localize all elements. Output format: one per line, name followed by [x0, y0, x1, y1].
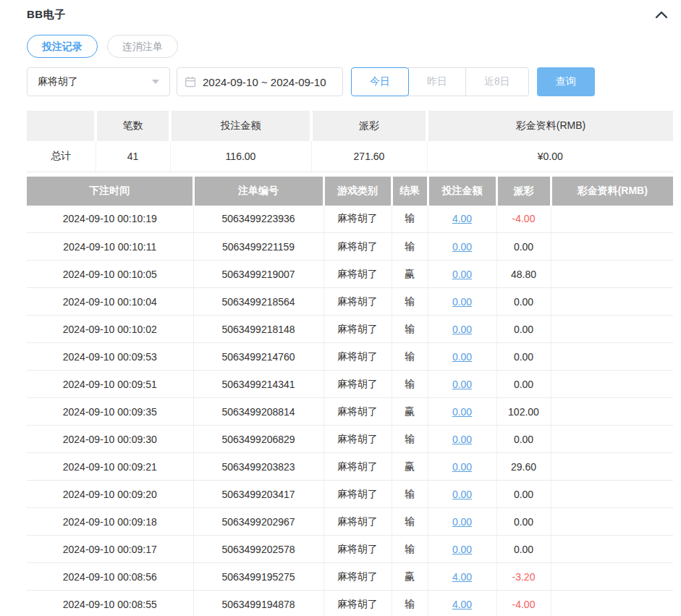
game-type-cell: 麻将胡了 — [323, 288, 392, 316]
bet-time-cell: 2024-09-10 00:10:02 — [27, 316, 193, 343]
chevron-down-icon — [152, 80, 159, 84]
payout-cell: 48.80 — [496, 261, 551, 288]
game-type-cell: 麻将胡了 — [323, 536, 392, 563]
bet-amount-link[interactable]: 4.00 — [452, 213, 472, 224]
payout-cell: 0.00 — [496, 233, 551, 261]
game-type-cell: 麻将胡了 — [323, 591, 392, 616]
bonus-cell — [551, 508, 673, 536]
payout-value: 0.00 — [514, 379, 533, 390]
chevron-up-icon — [655, 10, 668, 19]
tab-cancelled-bets[interactable]: 连消注单 — [107, 35, 178, 58]
bet-time-cell: 2024-09-10 00:09:53 — [27, 343, 193, 371]
bet-amount-link[interactable]: 0.00 — [452, 406, 472, 418]
bonus-cell — [551, 481, 673, 508]
summary-total-payout: 271.60 — [311, 141, 427, 172]
bet-amount-link[interactable]: 0.00 — [452, 241, 472, 253]
bet-id-cell: 5063499203823 — [193, 453, 323, 481]
payout-cell: -4.00 — [496, 206, 551, 233]
bonus-cell — [551, 398, 673, 426]
payout-cell: 29.60 — [496, 453, 551, 481]
bonus-cell — [551, 261, 673, 288]
table-row: 2024-09-10 00:09:53 5063499214760 麻将胡了 输… — [27, 343, 673, 371]
bet-amount-cell: 0.00 — [428, 536, 496, 563]
date-range-value: 2024-09-10 ~ 2024-09-10 — [203, 76, 326, 88]
payout-cell: 0.00 — [496, 343, 551, 371]
result-cell: 输 — [392, 288, 428, 316]
quick-range-last8days-button[interactable]: 近8日 — [465, 67, 529, 96]
bet-amount-link[interactable]: 0.00 — [452, 434, 472, 445]
bet-time-cell: 2024-09-10 00:08:56 — [27, 563, 193, 591]
payout-value: 0.00 — [514, 434, 533, 445]
game-type-cell: 麻将胡了 — [323, 426, 392, 453]
bet-amount-cell: 0.00 — [428, 453, 496, 481]
game-type-cell: 麻将胡了 — [323, 261, 392, 288]
payout-value: 102.00 — [508, 406, 539, 418]
summary-total-row: 总计 41 116.00 271.60 ¥0.00 — [27, 141, 673, 172]
bet-id-cell: 5063499214341 — [193, 371, 323, 398]
bet-amount-cell: 0.00 — [428, 481, 496, 508]
records-header-game-type: 游戏类别 — [323, 177, 392, 206]
result-cell: 输 — [392, 206, 428, 233]
bonus-cell — [551, 453, 673, 481]
records-header-payout: 派彩 — [496, 177, 551, 206]
payout-value: 29.60 — [511, 461, 536, 473]
bet-time-cell: 2024-09-10 00:08:55 — [27, 591, 193, 616]
payout-cell: 0.00 — [496, 426, 551, 453]
bet-id-cell: 5063499195275 — [193, 563, 323, 591]
bet-amount-cell: 0.00 — [428, 508, 496, 536]
bonus-cell — [551, 371, 673, 398]
quick-range-today-button[interactable]: 今日 — [351, 67, 409, 96]
panel-header: BB电子 — [27, 6, 673, 23]
bet-amount-cell: 0.00 — [428, 398, 496, 426]
game-select[interactable]: 麻将胡了 — [27, 67, 170, 96]
summary-header-count: 笔数 — [96, 111, 170, 141]
bet-amount-link[interactable]: 0.00 — [452, 351, 472, 363]
bet-id-cell: 5063499219007 — [193, 261, 323, 288]
bet-amount-link[interactable]: 0.00 — [452, 379, 472, 390]
collapse-panel-button[interactable] — [653, 7, 669, 22]
bet-amount-link[interactable]: 4.00 — [452, 571, 472, 583]
bet-time-cell: 2024-09-10 00:10:05 — [27, 261, 193, 288]
table-row: 2024-09-10 00:09:20 5063499203417 麻将胡了 输… — [27, 481, 673, 508]
bet-id-cell: 5063499208814 — [193, 398, 323, 426]
payout-value: -3.20 — [512, 571, 536, 583]
bonus-cell — [551, 426, 673, 453]
search-button[interactable]: 查询 — [537, 67, 595, 96]
tab-betting-records[interactable]: 投注记录 — [27, 35, 98, 58]
filter-bar: 麻将胡了 2024-09-10 ~ 2024-09-10 今日 昨日 近8日 查… — [27, 67, 673, 96]
summary-total-label: 总计 — [27, 141, 96, 172]
bet-amount-cell: 0.00 — [428, 261, 496, 288]
date-range-input[interactable]: 2024-09-10 ~ 2024-09-10 — [177, 67, 343, 96]
bet-amount-cell: 0.00 — [428, 288, 496, 316]
bet-amount-link[interactable]: 0.00 — [452, 269, 472, 280]
bet-amount-link[interactable]: 0.00 — [452, 516, 472, 528]
payout-cell: -4.00 — [496, 591, 551, 616]
bet-amount-link[interactable]: 0.00 — [452, 324, 472, 335]
records-header-bonus: 彩金资料(RMB) — [551, 177, 673, 206]
table-row: 2024-09-10 00:08:55 5063499194878 麻将胡了 输… — [27, 591, 673, 616]
game-type-cell: 麻将胡了 — [323, 508, 392, 536]
summary-total-bet-amount: 116.00 — [170, 141, 311, 172]
quick-range-yesterday-button[interactable]: 昨日 — [408, 67, 466, 96]
payout-value: 0.00 — [514, 296, 533, 308]
records-header-bet-id: 注单编号 — [193, 177, 323, 206]
table-row: 2024-09-10 00:09:21 5063499203823 麻将胡了 赢… — [27, 453, 673, 481]
bet-amount-link[interactable]: 0.00 — [452, 489, 472, 500]
payout-value: 48.80 — [511, 269, 536, 280]
bet-amount-link[interactable]: 4.00 — [452, 599, 472, 610]
bet-id-cell: 5063499218148 — [193, 316, 323, 343]
payout-value: -4.00 — [512, 599, 536, 610]
records-header-bet-amount: 投注金额 — [428, 177, 496, 206]
game-select-value: 麻将胡了 — [38, 75, 78, 88]
payout-value: -4.00 — [512, 213, 536, 224]
bet-amount-link[interactable]: 0.00 — [452, 544, 472, 555]
payout-cell: 0.00 — [496, 288, 551, 316]
bet-time-cell: 2024-09-10 00:09:35 — [27, 398, 193, 426]
bet-time-cell: 2024-09-10 00:09:30 — [27, 426, 193, 453]
summary-total-count: 41 — [96, 141, 170, 172]
result-cell: 输 — [392, 343, 428, 371]
bet-amount-link[interactable]: 0.00 — [452, 461, 472, 473]
bet-amount-link[interactable]: 0.00 — [452, 296, 472, 308]
bonus-cell — [551, 316, 673, 343]
bet-amount-cell: 4.00 — [428, 591, 496, 616]
